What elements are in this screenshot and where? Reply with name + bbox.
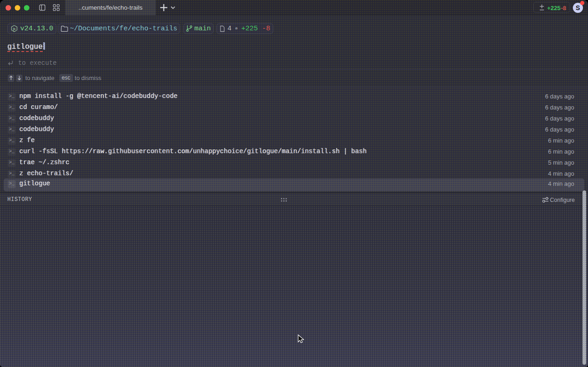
svg-text:js: js [12, 27, 16, 30]
